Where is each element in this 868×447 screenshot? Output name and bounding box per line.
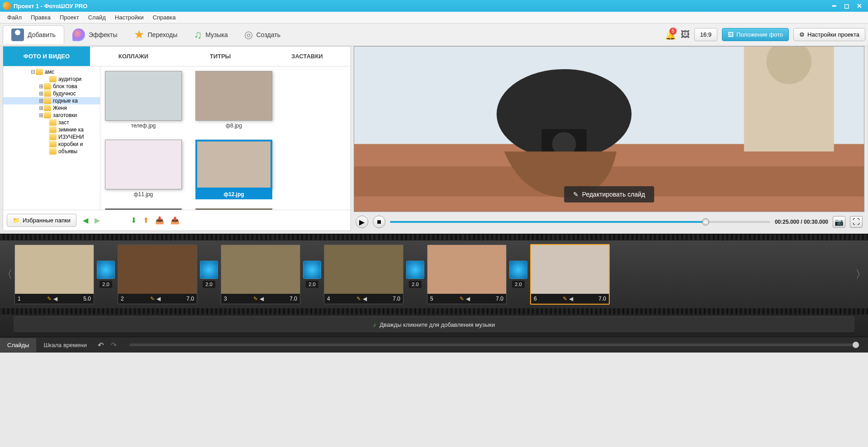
tree-item[interactable]: ⊞годные ка xyxy=(3,97,100,104)
download-icon[interactable]: ⬇ xyxy=(131,216,137,225)
edit-slide-button[interactable]: ✎ Редактировать слайд xyxy=(564,186,655,202)
undo-button[interactable]: ↶ xyxy=(94,341,107,349)
menu-settings[interactable]: Настройки xyxy=(110,12,148,23)
favorites-button[interactable]: 📁 Избранные папки xyxy=(7,214,76,227)
slide-edit-icon[interactable]: ✎ xyxy=(563,296,567,302)
nav-forward-icon[interactable]: ▶ xyxy=(95,216,100,225)
transition[interactable]: 2.0 xyxy=(508,261,528,288)
aspect-ratio-button[interactable]: 16:9 xyxy=(694,28,717,41)
expand-icon[interactable]: ⊞ xyxy=(38,105,44,111)
photo-position-button[interactable]: 🖼 Положение фото xyxy=(722,28,789,41)
close-button[interactable]: ✕ xyxy=(854,2,865,9)
folder-up-icon[interactable]: 📤 xyxy=(171,216,180,225)
slide-audio-icon[interactable]: ◀ xyxy=(260,296,264,302)
add-music-row[interactable]: ♪ Дважды кликните для добавления музыки xyxy=(14,316,854,333)
timeline-slide[interactable]: 2 ✎◀ 7.0 xyxy=(118,245,197,304)
progress-slider[interactable] xyxy=(390,221,770,223)
timeline-slide[interactable]: 3 ✎◀ 7.0 xyxy=(221,245,300,304)
strip-prev[interactable]: 〈 xyxy=(2,267,13,282)
thumbnail[interactable]: ф12.jpg xyxy=(195,140,272,199)
tree-item[interactable]: заст xyxy=(3,119,100,126)
tree-item[interactable]: ⊞будучнос xyxy=(3,90,100,97)
expand-icon[interactable]: ⊞ xyxy=(38,83,44,89)
notifications-button[interactable]: 🔔 5 xyxy=(665,29,676,40)
fullscreen-button[interactable]: ⛶ xyxy=(850,216,863,228)
reel-icon: ◎ xyxy=(244,29,253,41)
subtab-collages[interactable]: КОЛЛАЖИ xyxy=(90,47,177,66)
tab-add[interactable]: Добавить xyxy=(3,25,64,44)
subtab-photo-video[interactable]: ФОТО И ВИДЕО xyxy=(3,47,90,66)
transition[interactable]: 2.0 xyxy=(96,261,116,288)
slide-edit-icon[interactable]: ✎ xyxy=(150,296,155,302)
tree-item[interactable]: ⊞блок това xyxy=(3,83,100,90)
upload-icon[interactable]: ⬆ xyxy=(143,216,149,225)
preview-canvas[interactable]: ✎ Редактировать слайд xyxy=(354,46,864,212)
tab-create[interactable]: ◎ Создать xyxy=(236,26,289,43)
snapshot-button[interactable]: 📷 xyxy=(833,216,845,228)
tree-item[interactable]: аудитори xyxy=(3,75,100,83)
timeline-slide[interactable]: 1 ✎◀ 5.0 xyxy=(14,245,94,304)
timeline-slide[interactable]: 6 ✎◀ 7.0 xyxy=(530,244,610,305)
slide-edit-icon[interactable]: ✎ xyxy=(47,296,52,302)
tree-item[interactable]: ⊞заготовки xyxy=(3,112,100,119)
tab-music[interactable]: ♫ Музыка xyxy=(185,26,236,44)
tree-item[interactable]: ⊞Женя xyxy=(3,104,100,112)
timeline-slide[interactable]: 4 ✎◀ 7.0 xyxy=(324,245,403,304)
timeline-slide[interactable]: 5 ✎◀ 7.0 xyxy=(427,245,507,304)
expand-icon[interactable]: ⊞ xyxy=(38,90,44,97)
slide-audio-icon[interactable]: ◀ xyxy=(53,296,57,302)
thumbnail[interactable]: ф8.jpg xyxy=(195,71,272,131)
slide-edit-icon[interactable]: ✎ xyxy=(460,296,464,302)
nav-back-icon[interactable]: ◀ xyxy=(83,216,88,225)
menu-slide[interactable]: Слайд xyxy=(84,12,110,23)
maximize-button[interactable]: ◻ xyxy=(841,2,853,9)
transition[interactable]: 2.0 xyxy=(199,261,219,288)
slide-edit-icon[interactable]: ✎ xyxy=(253,296,258,302)
tree-item[interactable]: зимние ка xyxy=(3,126,100,133)
expand-icon[interactable]: ⊞ xyxy=(38,112,44,118)
bottom-tab-timeline[interactable]: Шкала времени xyxy=(36,338,94,352)
expand-icon[interactable]: ⊞ xyxy=(38,98,44,104)
folder-tree[interactable]: ⊟амсаудитори⊞блок това⊞будучнос⊞годные к… xyxy=(3,66,100,210)
bottom-tab-slides[interactable]: Слайды xyxy=(0,338,36,352)
slide-audio-icon[interactable]: ◀ xyxy=(569,296,573,302)
tree-item[interactable]: ⊟амс xyxy=(3,68,100,75)
tree-item[interactable]: коробки и xyxy=(3,141,100,148)
slide-audio-icon[interactable]: ◀ xyxy=(157,296,161,302)
transition[interactable]: 2.0 xyxy=(302,261,322,288)
project-settings-button[interactable]: ⚙ Настройки проекта xyxy=(793,28,865,41)
transition-duration: 2.0 xyxy=(100,281,112,288)
thumbnail-grid[interactable]: телеф.jpgф8.jpgф11.jpgф12.jpg xyxy=(100,66,351,210)
transition[interactable]: 2.0 xyxy=(405,261,425,288)
folder-icon xyxy=(49,119,57,126)
expand-icon[interactable]: ⊟ xyxy=(30,69,36,75)
subtab-screensavers[interactable]: ЗАСТАВКИ xyxy=(264,47,351,66)
strip-next[interactable]: 〉 xyxy=(855,267,866,282)
stop-button[interactable]: ■ xyxy=(373,216,385,228)
tree-item[interactable]: объявы xyxy=(3,148,100,155)
slide-edit-icon[interactable]: ✎ xyxy=(356,296,361,302)
slide-strip[interactable]: 〈 1 ✎◀ 5.0 2.0 2 ✎◀ 7.0 2.0 3 ✎◀ 7.0 2.0… xyxy=(0,240,868,308)
menu-file[interactable]: Файл xyxy=(3,12,26,23)
tab-effects[interactable]: Эффекты xyxy=(64,26,126,44)
redo-button[interactable]: ↷ xyxy=(107,341,120,349)
tab-transitions[interactable]: ★ Переходы xyxy=(126,25,186,44)
transition-preview xyxy=(200,261,218,279)
tree-label: зимние ка xyxy=(58,127,84,133)
minimize-button[interactable]: ━ xyxy=(828,2,840,9)
zoom-slider[interactable] xyxy=(129,343,859,346)
slide-audio-icon[interactable]: ◀ xyxy=(466,296,470,302)
folder-add-icon[interactable]: 📥 xyxy=(155,216,164,225)
slide-duration: 7.0 xyxy=(289,296,297,302)
slide-audio-icon[interactable]: ◀ xyxy=(363,296,367,302)
menu-help[interactable]: Справка xyxy=(148,12,180,23)
gallery-icon[interactable]: 🖼 xyxy=(681,29,690,40)
menu-project[interactable]: Проект xyxy=(55,12,84,23)
slide-duration: 5.0 xyxy=(83,296,91,302)
tree-item[interactable]: ИЗУЧЕНИ xyxy=(3,133,100,141)
thumbnail[interactable]: телеф.jpg xyxy=(105,71,182,131)
thumbnail[interactable]: ф11.jpg xyxy=(105,140,182,199)
menu-edit[interactable]: Правка xyxy=(26,12,55,23)
subtab-titles[interactable]: ТИТРЫ xyxy=(177,47,264,66)
play-button[interactable]: ▶ xyxy=(356,216,368,228)
